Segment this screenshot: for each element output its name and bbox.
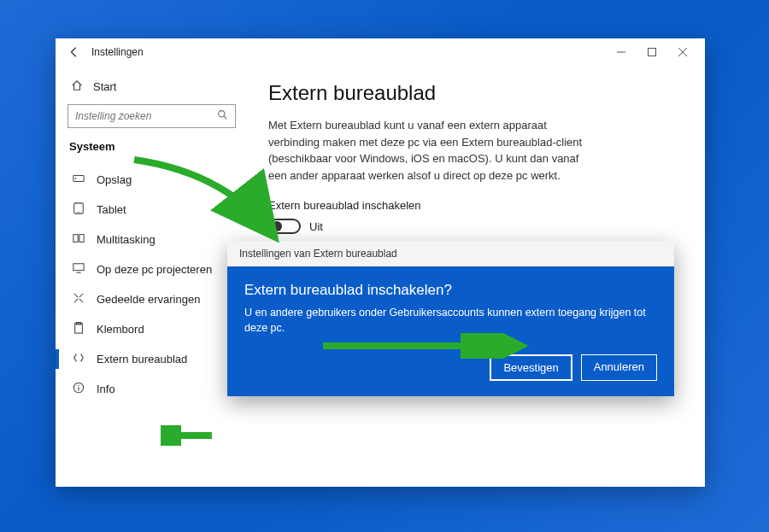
page-description: Met Extern bureaublad kunt u vanaf een e… xyxy=(268,117,593,184)
remote-desktop-icon xyxy=(71,352,86,366)
home-link[interactable]: Start xyxy=(68,74,236,99)
sidebar-item-label: Extern bureaublad xyxy=(97,353,187,365)
sidebar-item-multitasking[interactable]: Multitasking xyxy=(68,225,236,254)
section-label: Systeem xyxy=(68,140,236,153)
sidebar-item-shared[interactable]: Gedeelde ervaringen xyxy=(68,284,236,314)
search-input[interactable] xyxy=(75,110,217,122)
search-icon xyxy=(217,109,228,123)
sidebar-item-label: Klembord xyxy=(97,323,144,336)
tablet-icon xyxy=(71,202,86,217)
sidebar-item-project[interactable]: Op deze pc projecteren xyxy=(68,254,236,284)
window-controls xyxy=(606,40,698,64)
sidebar-item-label: Multitasking xyxy=(97,233,156,246)
svg-line-5 xyxy=(224,116,226,119)
svg-rect-10 xyxy=(73,235,78,243)
confirm-button[interactable]: Bevestigen xyxy=(490,354,572,381)
sidebar-item-label: Info xyxy=(97,383,115,395)
enable-toggle[interactable] xyxy=(268,219,301,234)
sidebar-item-storage[interactable]: Opslag xyxy=(68,165,236,195)
svg-line-16 xyxy=(74,299,78,302)
svg-rect-12 xyxy=(73,264,84,271)
sidebar-item-info[interactable]: Info xyxy=(68,374,236,404)
confirm-dialog: Instellingen van Extern bureaublad Exter… xyxy=(227,241,674,396)
sidebar-item-label: Opslag xyxy=(97,173,132,186)
sidebar-item-tablet[interactable]: Tablet xyxy=(68,195,236,225)
window-title: Instellingen xyxy=(91,46,144,58)
maximize-button[interactable] xyxy=(637,40,667,64)
dialog-title: Extern bureaublad inschakelen? xyxy=(244,282,657,299)
dialog-caption: Instellingen van Extern bureaublad xyxy=(227,241,674,266)
home-icon xyxy=(69,79,85,94)
sidebar-item-remote-desktop[interactable]: Extern bureaublad xyxy=(68,344,236,374)
svg-line-17 xyxy=(79,299,83,302)
sidebar-item-label: Gedeelde ervaringen xyxy=(97,293,200,306)
storage-icon xyxy=(71,172,86,187)
home-label: Start xyxy=(93,80,116,93)
nav-list: Opslag Tablet Multitasking Op deze pc pr… xyxy=(68,165,236,404)
sidebar-item-label: Tablet xyxy=(97,203,126,216)
clipboard-icon xyxy=(71,322,86,336)
svg-line-14 xyxy=(74,294,78,297)
shared-icon xyxy=(71,292,86,307)
dialog-buttons: Bevestigen Annuleren xyxy=(244,354,657,381)
sidebar: Start Systeem Opslag Tablet xyxy=(56,66,248,487)
back-button[interactable] xyxy=(62,40,86,64)
toggle-row: Uit xyxy=(268,219,684,234)
multitasking-icon xyxy=(71,232,86,247)
cancel-button[interactable]: Annuleren xyxy=(581,354,657,381)
svg-point-9 xyxy=(78,212,79,213)
titlebar: Instellingen xyxy=(56,38,705,66)
toggle-state: Uit xyxy=(309,220,323,233)
svg-point-4 xyxy=(219,111,225,117)
page-title: Extern bureaublad xyxy=(268,81,684,105)
dialog-text: U en andere gebruikers onder Gebruikersa… xyxy=(244,306,657,336)
info-icon xyxy=(71,382,86,396)
svg-point-7 xyxy=(75,178,77,179)
sidebar-item-clipboard[interactable]: Klembord xyxy=(68,314,236,344)
svg-line-15 xyxy=(79,294,83,297)
svg-point-21 xyxy=(78,385,79,386)
toggle-label: Extern bureaublad inschakelen xyxy=(268,199,684,212)
svg-rect-1 xyxy=(649,49,656,56)
dialog-body: Extern bureaublad inschakelen? U en ande… xyxy=(227,266,674,396)
sidebar-item-label: Op deze pc projecteren xyxy=(97,263,212,276)
project-icon xyxy=(71,262,86,277)
search-box[interactable] xyxy=(68,104,236,128)
svg-rect-11 xyxy=(79,235,84,243)
minimize-button[interactable] xyxy=(606,40,637,64)
close-button[interactable] xyxy=(667,40,698,64)
